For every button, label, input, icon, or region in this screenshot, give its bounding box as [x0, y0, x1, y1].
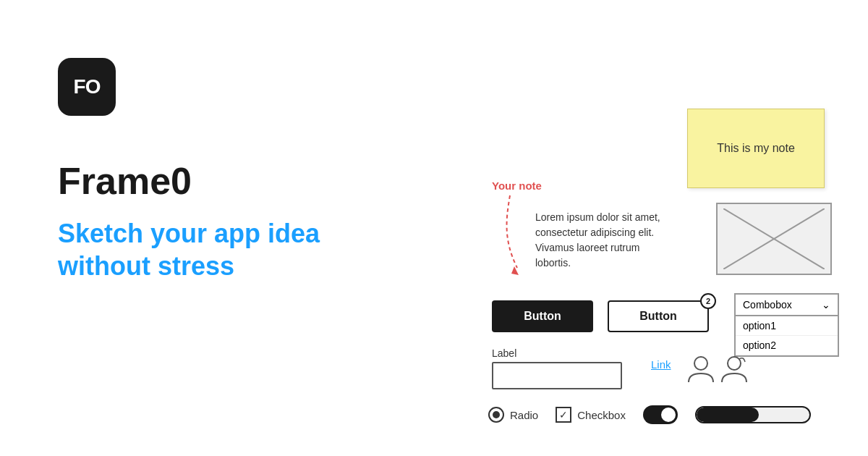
app-tagline: Sketch your app idea without stress: [58, 217, 320, 282]
radio-control[interactable]: Radio: [488, 407, 538, 423]
combobox-option-1[interactable]: option1: [736, 316, 838, 336]
form-field: Label: [492, 347, 622, 389]
toggle-knob: [661, 408, 676, 422]
svg-marker-0: [511, 266, 519, 275]
radio-inner: [493, 411, 500, 418]
image-placeholder: [716, 203, 832, 275]
logo-icon: FO: [74, 75, 101, 98]
combobox-dropdown: option1 option2: [734, 316, 839, 357]
progress-fill: [697, 408, 759, 422]
chevron-down-icon: ⌄: [822, 299, 830, 311]
svg-point-4: [728, 357, 741, 370]
secondary-button-wrap: Button 2: [608, 300, 709, 332]
text-input[interactable]: [492, 362, 622, 389]
field-label: Label: [492, 347, 622, 359]
avatar-group: [687, 355, 748, 382]
checkbox-box: ✓: [556, 407, 571, 423]
placeholder-x-icon: [723, 208, 825, 269]
checkbox-label: Checkbox: [577, 409, 626, 421]
checkbox-control[interactable]: ✓ Checkbox: [556, 407, 626, 423]
tagline-line1: Sketch your app idea: [58, 219, 320, 248]
controls-row: Radio ✓ Checkbox: [488, 405, 811, 424]
toggle-control[interactable]: [643, 405, 678, 424]
avatar-icon-1: [687, 355, 715, 382]
lorem-text: Lorem ipsum dolor sit amet, consectetur …: [535, 210, 665, 271]
logo-area: FO: [58, 58, 116, 116]
svg-point-3: [694, 357, 707, 370]
avatar-icon-2: [720, 355, 748, 382]
combobox-label: Combobox: [743, 299, 792, 311]
toggle-switch[interactable]: [643, 405, 678, 424]
combobox-option-2[interactable]: option2: [736, 336, 838, 355]
logo-box: FO: [58, 58, 116, 116]
primary-button[interactable]: Button: [492, 300, 593, 332]
sticky-note: This is my note: [687, 109, 825, 188]
canvas-area: This is my note Your note Lorem ipsum do…: [448, 43, 854, 427]
combobox-header[interactable]: Combobox ⌄: [734, 293, 839, 316]
sticky-note-text: This is my note: [717, 142, 795, 155]
app-title: Frame0: [58, 159, 192, 203]
combobox[interactable]: Combobox ⌄ option1 option2: [734, 293, 839, 357]
button-badge: 2: [700, 293, 716, 309]
radio-circle: [488, 407, 504, 423]
secondary-button[interactable]: Button: [608, 300, 709, 332]
progress-bar: [695, 406, 811, 423]
checkmark-icon: ✓: [559, 409, 568, 421]
radio-label: Radio: [510, 409, 538, 421]
tagline-line2: without stress: [58, 251, 234, 281]
link[interactable]: Link: [651, 358, 671, 371]
